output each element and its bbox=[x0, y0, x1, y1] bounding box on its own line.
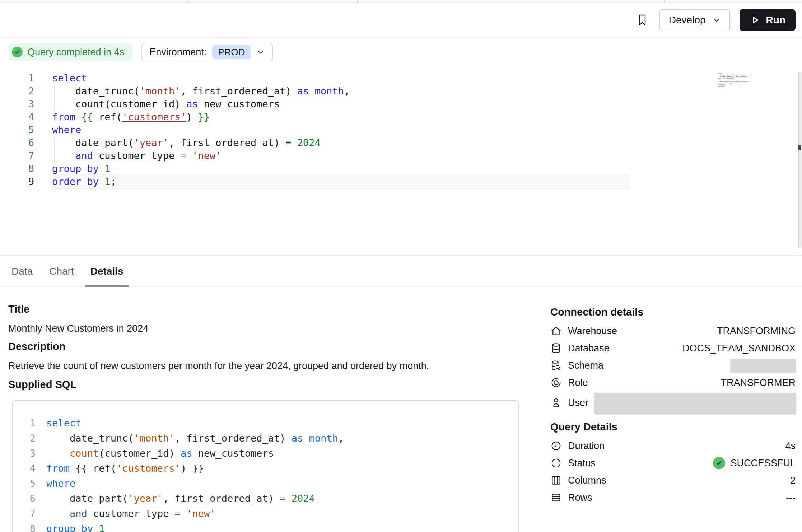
editor-minimap[interactable]: 1select2 date_trunc('month', first_order… bbox=[718, 73, 761, 87]
connection-details-heading: Connection details bbox=[550, 305, 796, 319]
run-button[interactable]: Run bbox=[740, 9, 796, 31]
line-number: 5 bbox=[22, 476, 36, 491]
header: Develop Run bbox=[0, 3, 802, 38]
check-circle-icon bbox=[12, 47, 23, 57]
duration-icon bbox=[550, 440, 562, 452]
code-line-9: 9order by 1; bbox=[0, 175, 628, 188]
code-line-6: 6 date_part('year', first_ordered_at) = … bbox=[22, 491, 518, 506]
code-line-9: 9order by 1; bbox=[718, 85, 761, 87]
role-row: RoleTRANSFORMER bbox=[550, 374, 796, 391]
editor-code[interactable]: 1select2 date_trunc('month', first_order… bbox=[0, 72, 628, 188]
schema-row: Schema bbox=[550, 357, 796, 374]
code-text: and customer_type = 'new' bbox=[46, 506, 215, 521]
scrollbar-thumb[interactable] bbox=[798, 145, 801, 150]
code-text: date_part('year', first_ordered_at) = 20… bbox=[52, 136, 321, 149]
bookmark-button[interactable] bbox=[634, 11, 650, 29]
warehouse-label: Warehouse bbox=[568, 326, 617, 337]
editor-scrollbar[interactable] bbox=[798, 72, 802, 248]
line-number: 2 bbox=[0, 85, 34, 98]
duration-value: 4s bbox=[785, 440, 796, 452]
status-row: StatusSUCCESSFUL bbox=[550, 454, 796, 472]
tab-chart[interactable]: Chart bbox=[48, 256, 74, 286]
tab-data[interactable]: Data bbox=[11, 256, 33, 286]
code-line-4: 4from {{ ref('customers') }} bbox=[22, 461, 518, 476]
play-icon bbox=[750, 15, 760, 25]
develop-dropdown[interactable]: Develop bbox=[659, 9, 730, 31]
code-line-6: 6 date_part('year', first_ordered_at) = … bbox=[0, 136, 628, 149]
user-icon bbox=[550, 397, 562, 409]
line-number: 8 bbox=[22, 521, 36, 532]
database-row: DatabaseDOCS_TEAM_SANDBOX bbox=[550, 340, 796, 357]
connection-rows: WarehouseTRANSFORMINGDatabaseDOCS_TEAM_S… bbox=[550, 322, 796, 414]
line-number: 4 bbox=[0, 111, 34, 123]
tab-divider bbox=[76, 0, 76, 3]
warehouse-icon bbox=[550, 325, 562, 337]
tab-divider bbox=[357, 0, 358, 3]
columns-value: 2 bbox=[790, 475, 796, 486]
query-details-heading: Query Details bbox=[550, 420, 796, 434]
database-icon bbox=[550, 342, 562, 354]
role-label: Role bbox=[568, 377, 588, 388]
results-tabbar: Data Chart Details bbox=[0, 255, 802, 287]
code-text: order by 1; bbox=[718, 85, 726, 87]
line-number: 1 bbox=[0, 72, 34, 85]
line-number: 7 bbox=[0, 149, 34, 162]
redacted-value bbox=[730, 359, 796, 372]
code-line-8: 8group by 1 bbox=[0, 162, 628, 175]
run-label: Run bbox=[766, 14, 785, 26]
code-line-3: 3 count(customer_id) as new_customers bbox=[0, 98, 628, 111]
rows-row: Rows--- bbox=[550, 489, 796, 506]
duration-row: Duration4s bbox=[550, 437, 796, 454]
line-number: 4 bbox=[22, 461, 36, 476]
line-number: 5 bbox=[0, 123, 34, 136]
code-text: date_part('year', first_ordered_at) = 20… bbox=[46, 491, 315, 506]
rows-label: Rows bbox=[568, 492, 592, 503]
description-value: Retrieve the count of new customers per … bbox=[8, 360, 519, 372]
code-line-5: 5where bbox=[22, 476, 518, 491]
chevron-down-icon bbox=[712, 16, 721, 24]
database-label: Database bbox=[568, 343, 610, 354]
tab-divider bbox=[664, 0, 665, 3]
code-line-2: 2 date_trunc('month', first_ordered_at) … bbox=[22, 431, 518, 446]
database-value: DOCS_TEAM_SANDBOX bbox=[682, 343, 796, 354]
status-label: Status bbox=[568, 458, 596, 469]
code-text: from {{ ref('customers') }} bbox=[52, 111, 210, 123]
columns-row: Columns2 bbox=[550, 472, 796, 489]
title-heading: Title bbox=[8, 302, 519, 316]
code-line-5: 5where bbox=[0, 123, 628, 136]
code-text: select bbox=[46, 416, 81, 431]
role-icon bbox=[550, 377, 562, 388]
redacted-value bbox=[594, 393, 796, 413]
line-number: 3 bbox=[22, 446, 36, 461]
code-line-4: 4from {{ ref('customers') }} bbox=[0, 111, 628, 123]
environment-selector[interactable]: Environment: PROD bbox=[141, 43, 273, 61]
code-line-3: 3 count(customer_id) as new_customers bbox=[22, 446, 518, 461]
sql-editor[interactable]: 1select2 date_trunc('month', first_order… bbox=[0, 66, 802, 255]
code-text: group by 1 bbox=[46, 521, 105, 532]
query-status-pill: Query completed in 4s bbox=[8, 43, 133, 61]
line-number: 8 bbox=[0, 162, 34, 175]
code-line-8: 8group by 1 bbox=[22, 521, 518, 532]
details-side-column: Connection details WarehouseTRANSFORMING… bbox=[532, 287, 802, 532]
line-number: 2 bbox=[22, 431, 36, 446]
line-number: 3 bbox=[0, 98, 34, 111]
code-text: group by 1 bbox=[52, 162, 111, 175]
code-text: where bbox=[46, 476, 75, 491]
status-icon bbox=[550, 457, 562, 469]
rows-icon bbox=[550, 492, 562, 503]
schema-label: Schema bbox=[568, 360, 603, 371]
code-line-7: 7 and customer_type = 'new' bbox=[22, 506, 518, 521]
role-value: TRANSFORMER bbox=[721, 377, 796, 388]
line-number: 6 bbox=[22, 491, 36, 506]
tab-details[interactable]: Details bbox=[90, 256, 124, 286]
code-line-1: 1select bbox=[0, 72, 628, 85]
code-line-1: 1select bbox=[22, 416, 518, 431]
code-text: where bbox=[52, 123, 81, 136]
columns-label: Columns bbox=[568, 475, 606, 486]
code-text: count(customer_id) as new_customers bbox=[52, 98, 280, 111]
title-value: Monthly New Customers in 2024 bbox=[8, 322, 519, 335]
code-text: from {{ ref('customers') }} bbox=[46, 461, 204, 476]
query-status-text: Query completed in 4s bbox=[27, 47, 124, 58]
line-number: 1 bbox=[22, 416, 36, 431]
develop-label: Develop bbox=[669, 14, 706, 26]
